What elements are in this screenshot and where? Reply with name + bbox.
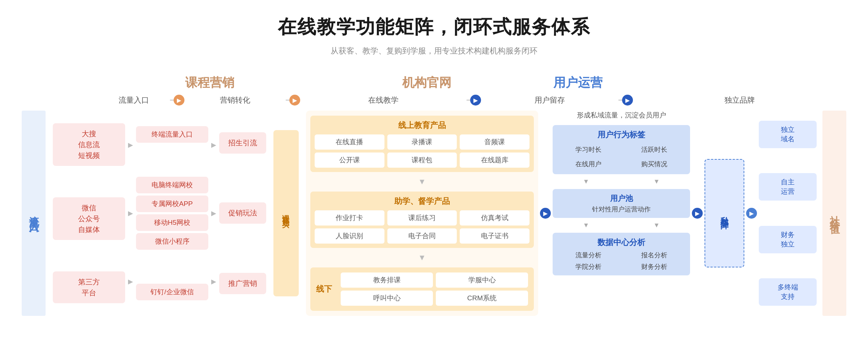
terminal-group-3: 钉钉/企业微信 [136, 284, 208, 300]
behavior-item-1: 学习时长 [557, 144, 620, 155]
online-item-11: 电子合同 [387, 228, 457, 244]
online-item-1: 在线直播 [315, 134, 384, 150]
arrow-to-retention: ▶ [538, 111, 553, 316]
online-item-9: 仿真考试 [460, 210, 529, 226]
brand-item-1: 独立 域名 [759, 121, 817, 148]
data-item-2: 报名分析 [623, 251, 686, 259]
behavior-item-4: 购买情况 [623, 158, 686, 170]
arrow-blue-1: ▶ [470, 95, 481, 106]
terminal-item-1: 终端流量入口 [136, 126, 208, 143]
cat-header-official: 机构官网 [322, 74, 532, 91]
traffic-source-1: 大搜 信息流 短视频 [53, 123, 125, 166]
private-domain-box: 私域矩阵 [705, 159, 744, 267]
data-center-title: 数据中心分析 [557, 237, 686, 248]
traffic-source-2: 微信 公众号 自媒体 [53, 197, 125, 240]
stage-online: 在线教学 [300, 95, 467, 105]
page-subtitle: 从获客、教学、复购到学服，用专业技术构建机构服务闭环 [22, 46, 846, 56]
online-item-2: 录播课 [387, 134, 457, 150]
left-label: 流量入口 [22, 111, 46, 316]
online-item-5: 课程包 [387, 153, 457, 168]
right-label: 社会价值 [822, 111, 846, 316]
online-item-7: 作业打卡 [315, 210, 384, 226]
conversion-item-3: 推广营销 [219, 273, 266, 294]
offline-section: 线下 教务排课 学服中心 呼叫中心 CRM系统 [310, 267, 534, 311]
terminal-group-1: 终端流量入口 [136, 126, 208, 143]
online-item-8: 课后练习 [387, 210, 457, 226]
arrow-to-brand: ▶ [744, 111, 759, 316]
stage-marketing: 营销转化 [184, 95, 286, 105]
behavior-item-3: 在线用户 [557, 158, 620, 170]
terminal-item-6: 钉钉/企业微信 [136, 284, 208, 300]
online-item-6: 在线题库 [460, 153, 529, 168]
page-wrapper: 在线教学功能矩阵，闭环式服务体系 从获客、教学、复购到学服，用专业技术构建机构服… [0, 0, 868, 330]
arrow-blue-2: ▶ [622, 95, 633, 106]
online-section-1-title: 线上教育产品 [315, 120, 529, 131]
offline-label: 线下 [316, 284, 338, 295]
data-item-3: 学院分析 [557, 262, 620, 271]
conversion-item-1: 招生引流 [219, 132, 266, 154]
stage-retention: 用户留存 [481, 95, 618, 105]
connector3: ▶ [467, 95, 481, 106]
data-item-1: 流量分析 [557, 251, 620, 259]
course-buy-box: 课程购买 [273, 130, 299, 296]
category-headers: 课程营销 机构官网 用户运营 [22, 74, 846, 91]
online-section-1: 线上教育产品 在线直播 录播课 音频课 公开课 课程包 在线题库 [310, 116, 534, 172]
cat-header-user-ops: 用户运营 [532, 74, 846, 91]
retention-top-text: 形成私域流量，沉淀会员用户 [553, 111, 690, 120]
col-brand: 独立 域名 自主 运营 财务 独立 多终端 支持 [759, 111, 817, 316]
down-arrows-retention: ▼ ▼ [553, 178, 690, 185]
offline-items: 教务排课 学服中心 呼叫中心 CRM系统 [341, 272, 528, 306]
behavior-item-2: 活跃时长 [623, 144, 686, 155]
arrow-orange-2: ▶ [289, 95, 300, 106]
connector2: ▶ [286, 95, 300, 106]
down-arrow-2: ▼ [310, 252, 534, 264]
online-item-4: 公开课 [315, 153, 384, 168]
down-arrow-1: ▼ [310, 176, 534, 188]
terminal-item-3: 专属网校APP [136, 196, 208, 212]
terminal-item-5: 微信小程序 [136, 233, 208, 250]
arrow-blue-5: ▶ [746, 208, 757, 219]
brand-item-4: 多终端 支持 [759, 278, 817, 306]
online-section-2: 助学、督学产品 作业打卡 课后练习 仿真考试 人脸识别 电子合同 电子证书 [310, 192, 534, 248]
terminal-group-2: 电脑终端网校 专属网校APP 移动H5网校 微信小程序 [136, 177, 208, 250]
online-grid-1: 在线直播 录播课 音频课 公开课 课程包 在线题库 [315, 134, 529, 168]
offline-item-1: 教务排课 [341, 272, 433, 288]
behavior-grid: 学习时长 活跃时长 在线用户 购买情况 [557, 144, 686, 170]
connector1: ▶ [170, 95, 184, 106]
user-pool-sub: 针对性用户运营动作 [557, 205, 686, 214]
cat-header-marketing: 课程营销 [98, 74, 322, 91]
down-arrows-retention-2: ▼ ▼ [553, 222, 690, 229]
connector4: ▶ [618, 95, 633, 106]
online-item-10: 人脸识别 [315, 228, 384, 244]
flow-stages-row: 流量入口 ▶ 营销转化 ▶ 在线教学 ▶ 用户留存 ▶ [22, 95, 846, 106]
arrows-col-1: ▶ ▶ ▶ [125, 111, 136, 316]
offline-item-3: 呼叫中心 [341, 291, 433, 306]
stage-traffic: 流量入口 [98, 95, 170, 105]
page-title: 在线教学功能矩阵，闭环式服务体系 [22, 14, 846, 40]
terminal-item-2: 电脑终端网校 [136, 177, 208, 193]
arrow-to-private: ▶ [690, 111, 705, 316]
arrow-blue-4: ▶ [692, 208, 703, 219]
conversion-item-2: 促销玩法 [219, 202, 266, 224]
data-analysis-grid: 流量分析 报名分析 学院分析 财务分析 [557, 251, 686, 271]
data-item-4: 财务分析 [623, 262, 686, 271]
col-private-domain: 私域矩阵 [705, 111, 744, 316]
traffic-source-3: 第三方 平台 [53, 271, 125, 303]
brand-item-3: 财务 独立 [759, 226, 817, 253]
col-terminals: 终端流量入口 电脑终端网校 专属网校APP 移动H5网校 微信小程序 钉钉/企业… [136, 111, 208, 316]
online-item-12: 电子证书 [460, 228, 529, 244]
user-pool-title: 用户池 [557, 193, 686, 203]
user-behavior-title: 用户行为标签 [557, 129, 686, 140]
arrow-blue-3: ▶ [540, 208, 551, 219]
user-behavior-box: 用户行为标签 学习时长 活跃时长 在线用户 购买情况 [553, 125, 690, 174]
online-section-2-title: 助学、督学产品 [315, 196, 529, 207]
col-traffic-sources: 大搜 信息流 短视频 微信 公众号 自媒体 第三方 平台 [53, 111, 125, 316]
course-buy-wrapper: 课程购买 [266, 111, 306, 316]
offline-item-2: 学服中心 [436, 272, 528, 288]
stage-brand: 独立品牌 [633, 95, 846, 105]
offline-item-4: CRM系统 [436, 291, 528, 306]
brand-item-2: 自主 运营 [759, 173, 817, 201]
terminal-item-4: 移动H5网校 [136, 214, 208, 231]
col-online-teaching: 线上教育产品 在线直播 录播课 音频课 公开课 课程包 在线题库 ▼ 助学、督学… [306, 111, 538, 316]
user-pool-box: 用户池 针对性用户运营动作 [553, 189, 690, 218]
